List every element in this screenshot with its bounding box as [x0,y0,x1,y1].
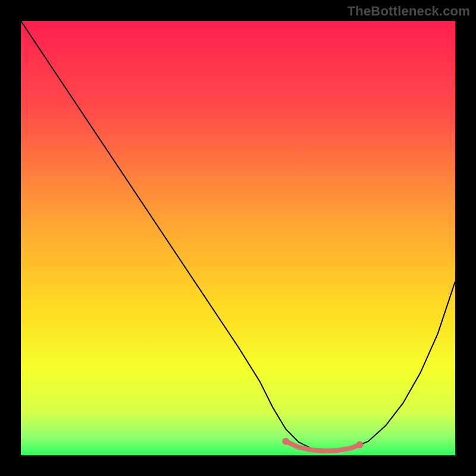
highlight-endpoint-end [356,441,363,448]
gradient-background [21,21,455,455]
highlight-endpoint-start [282,438,289,445]
chart-svg [21,21,455,455]
watermark-text: TheBottleneck.com [347,4,470,19]
chart-frame: TheBottleneck.com [0,0,476,476]
plot-area [21,21,455,455]
